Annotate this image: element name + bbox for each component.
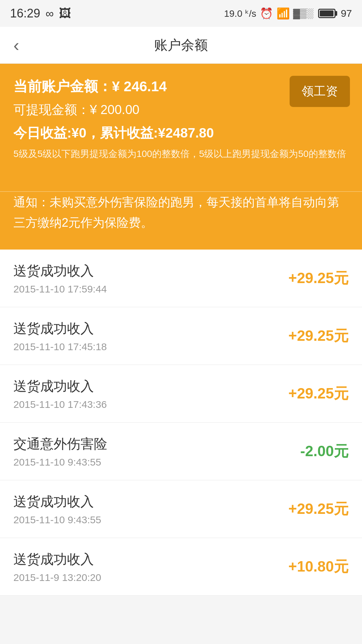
current-amount-value: ¥ 246.14 <box>112 78 167 94</box>
today-label: 今日收益: <box>13 125 71 140</box>
transaction-time: 2015-11-10 17:45:18 <box>13 341 107 353</box>
withdraw-value: ¥ 200.00 <box>90 103 139 117</box>
header-section: 当前账户金额：¥ 246.14 可提现金额：¥ 200.00 今日收益:¥0，累… <box>0 64 362 191</box>
transaction-amount: +10.80元 <box>288 557 349 577</box>
notice-section: 通知：未购买意外伤害保险的跑男，每天接的首单将自动向第三方缴纳2元作为保险费。 <box>0 191 362 250</box>
earnings-row: 今日收益:¥0，累计收益:¥2487.80 <box>13 124 349 142</box>
transaction-time: 2015-11-10 17:43:36 <box>13 399 107 410</box>
status-time: 16:29 <box>10 6 40 20</box>
header-note: 5级及5级以下跑男提现金额为100的整数倍，5级以上跑男提现金额为50的整数倍 <box>13 147 349 161</box>
transaction-item: 送货成功收入2015-11-10 17:45:18+29.25元 <box>0 307 362 365</box>
transaction-left: 送货成功收入2015-11-10 17:45:18 <box>13 319 107 353</box>
transaction-title: 送货成功收入 <box>13 492 101 511</box>
transaction-amount: +29.25元 <box>288 384 349 404</box>
transaction-amount: +29.25元 <box>288 268 349 288</box>
transaction-left: 送货成功收入2015-11-10 9:43:55 <box>13 492 101 526</box>
wifi-icon: 📶 <box>277 7 290 20</box>
transaction-title: 送货成功收入 <box>13 262 107 280</box>
transaction-left: 送货成功收入2015-11-10 17:43:36 <box>13 377 107 410</box>
transaction-amount: +29.25元 <box>288 499 349 519</box>
battery-icon <box>318 9 336 18</box>
infinite-icon: ∞ <box>46 7 54 20</box>
today-amount: ¥0， <box>71 125 100 140</box>
transaction-item: 送货成功收入2015-11-10 9:43:55+29.25元 <box>0 480 362 538</box>
status-bar: 16:29 ∞ 🖼 19.0 ᵏ/s ⏰ 📶 ▓▒░ 97 <box>0 0 362 27</box>
image-icon: 🖼 <box>59 6 71 20</box>
withdraw-label: 可提现金额： <box>13 103 90 117</box>
salary-button[interactable]: 领工资 <box>290 76 350 107</box>
notice-text: 通知：未购买意外伤害保险的跑男，每天接的首单将自动向第三方缴纳2元作为保险费。 <box>13 192 349 233</box>
total-label: 累计收益: <box>100 125 158 140</box>
transaction-title: 送货成功收入 <box>13 319 107 338</box>
transaction-title: 送货成功收入 <box>13 377 107 395</box>
transaction-title: 交通意外伤害险 <box>13 435 107 453</box>
current-amount-label: 当前账户金额： <box>13 78 112 94</box>
transaction-item: 送货成功收入2015-11-10 17:59:44+29.25元 <box>0 250 362 307</box>
speed-indicator: 19.0 ᵏ/s <box>224 8 256 19</box>
transaction-item: 交通意外伤害险2015-11-10 9:43:55-2.00元 <box>0 423 362 480</box>
status-left: 16:29 ∞ 🖼 <box>10 6 71 20</box>
transaction-left: 送货成功收入2015-11-10 17:59:44 <box>13 262 107 295</box>
total-amount: ¥2487.80 <box>158 125 214 140</box>
transaction-time: 2015-11-10 17:59:44 <box>13 283 107 295</box>
transaction-title: 送货成功收入 <box>13 550 101 569</box>
transaction-item: 送货成功收入2015-11-10 17:43:36+29.25元 <box>0 365 362 423</box>
status-right: 19.0 ᵏ/s ⏰ 📶 ▓▒░ 97 <box>224 7 352 20</box>
transaction-amount: -2.00元 <box>300 441 349 461</box>
alarm-icon: ⏰ <box>260 7 273 20</box>
back-button[interactable]: ‹ <box>10 32 22 59</box>
transaction-left: 送货成功收入2015-11-9 13:20:20 <box>13 550 101 583</box>
transaction-time: 2015-11-10 9:43:55 <box>13 457 107 468</box>
page-title: 账户余额 <box>154 36 208 54</box>
signal-icon: ▓▒░ <box>293 8 313 19</box>
transaction-left: 交通意外伤害险2015-11-10 9:43:55 <box>13 435 107 468</box>
transaction-list: 送货成功收入2015-11-10 17:59:44+29.25元送货成功收入20… <box>0 250 362 596</box>
nav-bar: ‹ 账户余额 <box>0 27 362 64</box>
transaction-time: 2015-11-10 9:43:55 <box>13 514 101 526</box>
transaction-item: 送货成功收入2015-11-9 13:20:20+10.80元 <box>0 538 362 596</box>
battery-level: 97 <box>341 8 352 19</box>
transaction-amount: +29.25元 <box>288 326 349 346</box>
transaction-time: 2015-11-9 13:20:20 <box>13 572 101 583</box>
